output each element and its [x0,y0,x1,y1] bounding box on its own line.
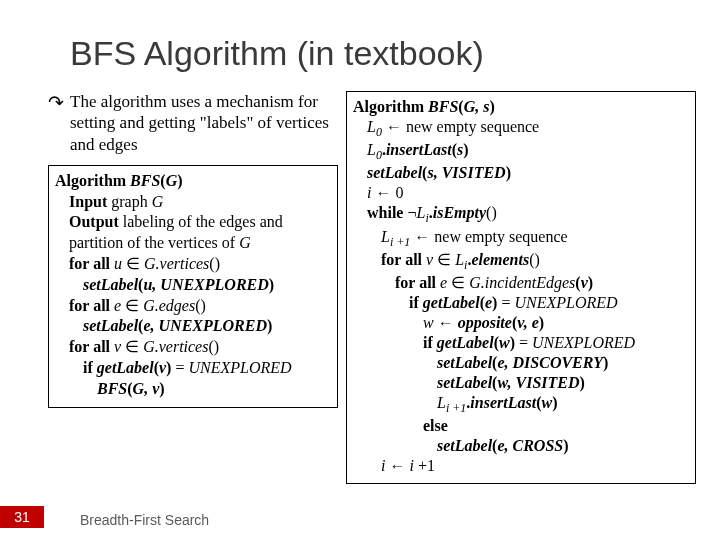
txt: ← 0 [371,184,403,201]
algo-line: Li +1 ← new empty sequence [381,227,689,250]
fn: elements [471,251,529,268]
kw: while [367,204,407,221]
subscript: i +1 [446,401,466,415]
arg: w [541,394,552,411]
var: G [152,193,164,210]
algo-line: Output labeling of the edges and partiti… [69,212,331,254]
kw: for all [395,274,440,291]
p: ) [563,437,568,454]
fn: getLabel [423,294,480,311]
var: L [367,118,376,135]
algo-line: for all u ∈ G.vertices() [69,254,331,275]
arg: G, s [464,98,490,115]
fn: BFS [428,98,458,115]
p: ) [552,394,557,411]
p: ) [539,314,544,331]
var: L [367,141,376,158]
p: ) [510,334,519,351]
fn: setLabel [437,354,492,371]
p: () [486,204,497,221]
algo-line: L0.insertLast(s) [367,140,689,163]
p: ) [267,317,272,334]
kw: else [423,417,448,434]
algo-line: i ← 0 [367,183,689,203]
p: ) [588,274,593,291]
p: ) [489,98,494,115]
sym: ∈ [121,297,143,314]
algo-line: if getLabel(w) = UNEXPLORED [423,333,689,353]
txt: ← new empty sequence [410,228,567,245]
p: () [195,297,206,314]
fn: insertLast [470,394,536,411]
algo-line: Input graph G [69,192,331,213]
sym: ∈ [121,338,143,355]
p: ) [603,354,608,371]
algo-line: for all e ∈ G.incidentEdges(v) [395,273,689,293]
const: UNEXPLORED [510,294,617,311]
var: G.incidentEdges [469,274,575,291]
sym: ← [385,457,409,474]
algo-line: i ← i +1 [381,456,689,476]
p: ) [506,164,511,181]
kw: if [423,334,437,351]
var: u [114,255,122,272]
kw: Algorithm [353,98,424,115]
sym: ∈ [433,251,455,268]
fn: setLabel [437,374,492,391]
algo-line: for all v ∈ G.vertices() [69,337,331,358]
var: L [455,251,464,268]
p: ) [159,380,164,397]
kw: for all [381,251,426,268]
algo-line: if getLabel(e) = UNEXPLORED [409,293,689,313]
algo-line: else [423,416,689,436]
kw: Algorithm [55,172,126,189]
var: G.edges [143,297,195,314]
arg: e, CROSS [497,437,563,454]
fn: getLabel [97,359,154,376]
bullet-item: ↷ The algorithm uses a mechanism for set… [48,91,338,155]
algorithm-right-box: Algorithm BFS(G, s) L0 ← new empty seque… [346,91,696,484]
algo-line: w ← opposite(v, e) [423,313,689,333]
arg: G [166,172,178,189]
kw: Input [69,193,107,210]
page-number-badge: 31 [0,506,44,528]
algo-line: for all e ∈ G.edges() [69,296,331,317]
algo-line: for all v ∈ Li.elements() [381,250,689,273]
arg: w [499,334,510,351]
fn: setLabel [83,276,138,293]
bullet-icon: ↷ [48,91,64,115]
algo-line: setLabel(u, UNEXPLORED) [83,275,331,296]
fn: getLabel [437,334,494,351]
sym: ∈ [122,255,144,272]
sym: ∈ [447,274,469,291]
txt: graph [107,193,151,210]
kw: if [83,359,97,376]
fn: isEmpty [433,204,486,221]
arg: u, UNEXPLORED [143,276,268,293]
algo-line: Algorithm BFS(G, s) [353,97,689,117]
footer-text: Breadth-First Search [80,512,209,528]
const: UNEXPLORED [184,359,291,376]
content-columns: ↷ The algorithm uses a mechanism for set… [22,91,698,484]
arg: G, v [133,380,160,397]
arg: e, DISCOVERY [497,354,603,371]
fn: insertLast [386,141,452,158]
p: ) [269,276,274,293]
algo-line: setLabel(e, CROSS) [437,436,689,456]
left-column: ↷ The algorithm uses a mechanism for set… [22,91,338,484]
p: () [208,338,219,355]
arg: s, VISITED [427,164,505,181]
sym: = [519,334,528,351]
algo-line: Algorithm BFS(G) [55,171,331,192]
p: ) [463,141,468,158]
kw: if [409,294,423,311]
kw: for all [69,297,114,314]
p: () [209,255,220,272]
algo-line: setLabel(w, VISITED) [437,373,689,393]
arg: v, e [517,314,539,331]
algo-line: setLabel(e, UNEXPLORED) [83,316,331,337]
txt: ← new empty sequence [382,118,539,135]
bullet-text: The algorithm uses a mechanism for setti… [70,91,338,155]
var: L [381,228,390,245]
var: G.vertices [144,255,209,272]
